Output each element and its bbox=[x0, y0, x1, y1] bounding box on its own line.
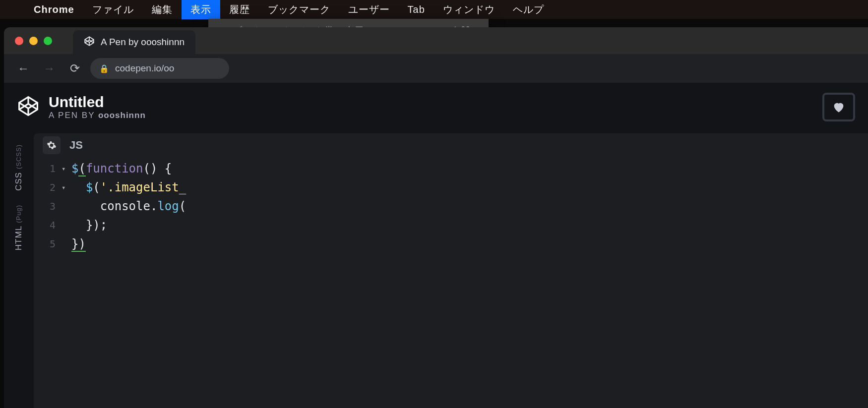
side-tab-css[interactable]: CSS (SCSS) bbox=[12, 137, 26, 198]
line-number: 2 bbox=[34, 181, 62, 193]
side-tab-html[interactable]: HTML (Pug) bbox=[12, 198, 26, 257]
codepen-header: Untitled A PEN BY oooshinnn bbox=[4, 83, 868, 131]
tab-title: A Pen by oooshinnn bbox=[101, 37, 185, 48]
code-token: console bbox=[100, 199, 150, 213]
code-token: () bbox=[143, 162, 158, 175]
pen-author[interactable]: oooshinnn bbox=[98, 111, 146, 120]
address-bar[interactable]: 🔒 codepen.io/oo bbox=[90, 58, 229, 79]
code-token: . bbox=[150, 199, 157, 213]
js-editor-panel: JS 1▾$(function() {2▾ $('.imageList_3 co… bbox=[34, 133, 868, 408]
code-token: log bbox=[157, 199, 179, 213]
line-number: 3 bbox=[34, 200, 62, 212]
menubar-item-表示[interactable]: 表示 bbox=[182, 0, 220, 19]
forward-button[interactable]: → bbox=[39, 58, 60, 79]
maximize-window-button[interactable] bbox=[44, 37, 52, 45]
heart-button[interactable] bbox=[822, 93, 855, 121]
menubar-item-ユーザー[interactable]: ユーザー bbox=[339, 0, 399, 19]
code-token: $ bbox=[86, 180, 93, 194]
browser-tab[interactable]: A Pen by oooshinnn bbox=[73, 30, 195, 54]
code-token: $ bbox=[71, 162, 78, 175]
editor-side-tabs: CSS (SCSS)HTML (Pug) bbox=[4, 131, 34, 408]
pen-title[interactable]: Untitled bbox=[49, 94, 146, 111]
code-token: '.imageList_ bbox=[100, 180, 186, 194]
macos-menubar: Chrome ファイル編集表示履歴ブックマークユーザーTabウィンドウヘルプ bbox=[0, 0, 868, 19]
menubar-item-編集[interactable]: 編集 bbox=[143, 0, 182, 19]
code-line: 4 }); bbox=[34, 216, 868, 234]
fold-arrow-icon[interactable]: ▾ bbox=[62, 183, 71, 191]
pen-subtitle: A PEN BY oooshinnn bbox=[49, 111, 146, 120]
code-token: function bbox=[86, 162, 143, 175]
menubar-app-name[interactable]: Chrome bbox=[25, 1, 83, 18]
code-token: }) bbox=[71, 237, 86, 252]
code-token: }); bbox=[71, 218, 107, 232]
line-number: 5 bbox=[34, 238, 62, 250]
menubar-item-履歴[interactable]: 履歴 bbox=[220, 0, 259, 19]
line-number: 4 bbox=[34, 219, 62, 231]
back-button[interactable]: ← bbox=[13, 58, 34, 79]
code-line: 1▾$(function() { bbox=[34, 159, 868, 178]
fold-arrow-icon[interactable]: ▾ bbox=[62, 165, 71, 173]
window-traffic-lights bbox=[15, 37, 52, 45]
code-token: ( bbox=[78, 162, 85, 176]
code-line: 5}) bbox=[34, 234, 868, 253]
browser-toolbar: ← → ⟳ 🔒 codepen.io/oo bbox=[4, 54, 868, 83]
editor-settings-button[interactable] bbox=[43, 136, 61, 154]
code-token: ( bbox=[179, 199, 186, 213]
line-number: 1 bbox=[34, 163, 62, 175]
chrome-window: A Pen by oooshinnn ← → ⟳ 🔒 codepen.io/oo… bbox=[4, 27, 868, 408]
code-editor[interactable]: 1▾$(function() {2▾ $('.imageList_3 conso… bbox=[34, 157, 868, 255]
close-window-button[interactable] bbox=[15, 37, 23, 45]
menubar-item-ウィンドウ[interactable]: ウィンドウ bbox=[434, 0, 504, 19]
menubar-item-ファイル[interactable]: ファイル bbox=[83, 0, 143, 19]
code-token: { bbox=[157, 162, 172, 175]
menubar-item-ブックマーク[interactable]: ブックマーク bbox=[259, 0, 339, 19]
minimize-window-button[interactable] bbox=[29, 37, 38, 45]
editor-tab-label[interactable]: JS bbox=[69, 139, 83, 152]
menubar-item-ヘルプ[interactable]: ヘルプ bbox=[504, 0, 553, 19]
code-token bbox=[71, 199, 100, 213]
url-text: codepen.io/oo bbox=[115, 63, 174, 74]
codepen-logo-icon[interactable] bbox=[17, 95, 40, 119]
code-token bbox=[71, 180, 86, 194]
code-line: 2▾ $('.imageList_ bbox=[34, 178, 868, 197]
reload-button[interactable]: ⟳ bbox=[64, 58, 85, 79]
codepen-favicon-icon bbox=[84, 36, 95, 49]
code-line: 3 console.log( bbox=[34, 197, 868, 216]
code-token: ( bbox=[93, 180, 100, 194]
menubar-item-tab[interactable]: Tab bbox=[399, 1, 434, 18]
browser-tab-bar: A Pen by oooshinnn bbox=[4, 27, 868, 54]
lock-icon: 🔒 bbox=[99, 64, 109, 73]
editor-area: CSS (SCSS)HTML (Pug) JS 1▾$(function() {… bbox=[4, 131, 868, 408]
